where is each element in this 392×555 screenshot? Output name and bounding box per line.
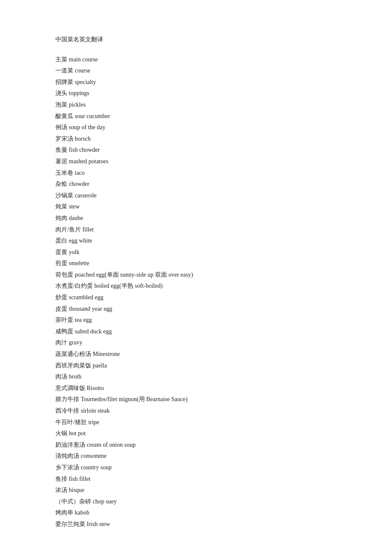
list-item: 火锅 hot pot (55, 428, 337, 439)
list-item: 蛋黄 yolk (55, 247, 337, 258)
list-item: 肉片/鱼片 fillet (55, 224, 337, 236)
list-item: 酸黄瓜 sour cucumber (55, 111, 337, 122)
list-item: 清炖肉汤 consomme (55, 451, 337, 462)
list-item: 皮蛋 thousand year egg (55, 304, 337, 315)
list-item: 茶叶蛋 tea egg (55, 315, 337, 326)
list-item: 意式调味饭 Risotto (55, 383, 337, 394)
page-title: 中国菜名英文翻译 (55, 34, 337, 46)
list-item: 爱尔兰炖菜 Irish stew (55, 519, 337, 530)
list-item: 一道菜 course (55, 65, 337, 77)
list-item: 肉汤 broth (55, 371, 337, 383)
list-item: 主菜 main course (55, 54, 337, 66)
list-item: （中式）杂碎 chop suey (55, 496, 337, 508)
list-item: 肉汁 gravy (55, 337, 337, 349)
list-item: 煎蛋 omelette (55, 258, 337, 269)
list-item: 玉米卷 taco (55, 168, 337, 179)
list-item: 炖肉 daube (55, 213, 337, 224)
list-item: 蔬菜通心粉汤 Minestrone (55, 349, 337, 360)
list-item: 腓力牛排 Tournedos/filet mignon(用 Bearnaise … (55, 394, 337, 405)
list-item: 招牌菜 specialty (55, 77, 337, 88)
list-item: 炒蛋 scrambled egg (55, 292, 337, 304)
list-item: 西班牙肉菜饭 paella (55, 360, 337, 372)
list-item: 浓汤 bisque (55, 485, 337, 496)
list-item: 牛百叶/猪肚 tripe (55, 417, 337, 428)
list-item: 杂烩 chowder (55, 179, 337, 190)
list-item: 鱼排 fish fillet (55, 474, 337, 485)
list-item: 西冷牛排 sirloin steak (55, 405, 337, 417)
list-item: 薯泥 mashed potatoes (55, 156, 337, 168)
list-item: 咸鸭蛋 salted duck egg (55, 326, 337, 338)
list-item: 水煮蛋/白灼蛋 boiled egg(半熟 soft-boiled) (55, 280, 337, 292)
translation-list: 主菜 main course一道菜 course招牌菜 specialty浇头 … (55, 54, 337, 530)
list-item: 例汤 soup of the day (55, 122, 337, 133)
list-item: 泡菜 pickles (55, 99, 337, 111)
list-item: 奶油洋葱汤 cream of onion soup (55, 439, 337, 451)
list-item: 浇头 toppings (55, 88, 337, 99)
list-item: 蛋白 egg white (55, 235, 337, 247)
list-item: 乡下浓汤 country soup (55, 462, 337, 474)
list-item: 烤肉串 kabob (55, 507, 337, 519)
list-item: 罗宋汤 borsch (55, 133, 337, 145)
list-item: 鱼羹 fish chowder (55, 145, 337, 156)
list-item: 炖菜 stew (55, 201, 337, 213)
list-item: 沙锅菜 casserole (55, 190, 337, 202)
list-item: 荷包蛋 poached egg(单面 sunny-side up 双面 over… (55, 269, 337, 281)
